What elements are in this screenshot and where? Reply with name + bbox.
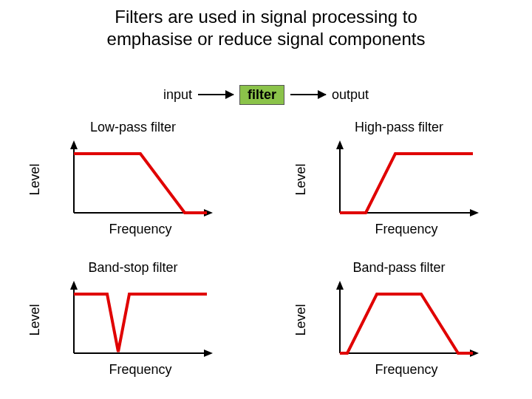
- svg-marker-11: [204, 349, 213, 357]
- svg-marker-5: [336, 140, 344, 149]
- flow-diagram: input filter output: [0, 80, 532, 109]
- y-axis-label: Level: [293, 279, 309, 361]
- chart-bandpass: Band-pass filter Level Frequency: [266, 259, 532, 399]
- svg-marker-1: [70, 140, 78, 149]
- title-line-2: emphasise or reduce signal components: [107, 29, 426, 49]
- filter-box: filter: [239, 85, 284, 105]
- y-axis-label: Level: [27, 279, 43, 361]
- plot-area: [332, 279, 480, 361]
- x-axis-label: Frequency: [66, 222, 214, 237]
- arrow-icon: [198, 94, 233, 95]
- x-axis-label: Frequency: [332, 362, 480, 378]
- plot-area: [332, 139, 480, 220]
- y-axis-label: Level: [27, 139, 43, 220]
- x-axis-label: Frequency: [332, 222, 480, 237]
- chart-highpass: High-pass filter Level Frequency: [266, 118, 532, 259]
- chart-title: Band-pass filter: [266, 260, 532, 276]
- svg-marker-13: [336, 281, 344, 290]
- chart-grid: Low-pass filter Level Frequency High-pas…: [0, 118, 532, 399]
- page-title: Filters are used in signal processing to…: [0, 6, 532, 50]
- svg-marker-7: [470, 209, 479, 216]
- input-label: input: [163, 87, 192, 103]
- chart-title: Low-pass filter: [0, 120, 266, 135]
- chart-title: Band-stop filter: [0, 260, 266, 276]
- chart-bandstop: Band-stop filter Level Frequency: [0, 259, 266, 399]
- output-label: output: [332, 87, 369, 103]
- chart-title: High-pass filter: [266, 120, 532, 135]
- plot-area: [66, 279, 214, 361]
- plot-area: [66, 139, 214, 220]
- arrow-icon: [290, 94, 326, 95]
- svg-marker-9: [70, 281, 78, 290]
- x-axis-label: Frequency: [66, 362, 214, 378]
- y-axis-label: Level: [293, 139, 309, 220]
- title-line-1: Filters are used in signal processing to: [115, 7, 417, 27]
- chart-lowpass: Low-pass filter Level Frequency: [0, 118, 266, 259]
